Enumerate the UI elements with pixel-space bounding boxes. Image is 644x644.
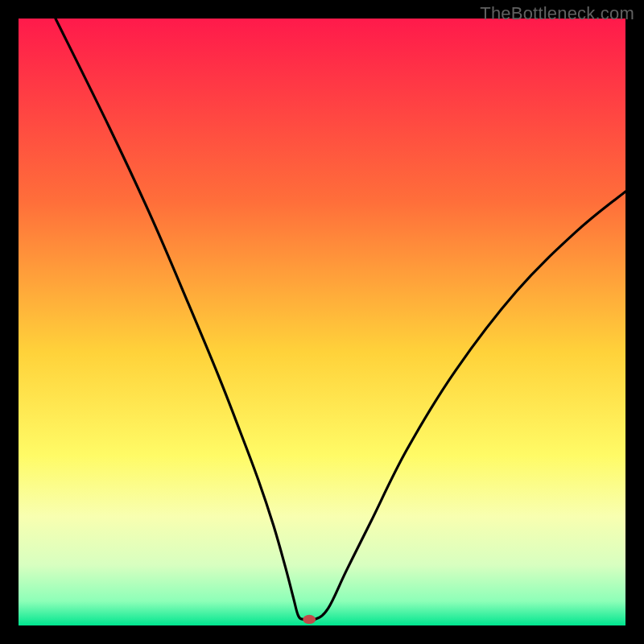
plot-svg (19, 19, 625, 625)
chart-background (19, 19, 625, 625)
watermark-label: TheBottleneck.com (480, 3, 634, 24)
chart-frame: TheBottleneck.com (0, 0, 644, 644)
plot-area (19, 19, 625, 625)
minimum-marker (303, 615, 316, 624)
